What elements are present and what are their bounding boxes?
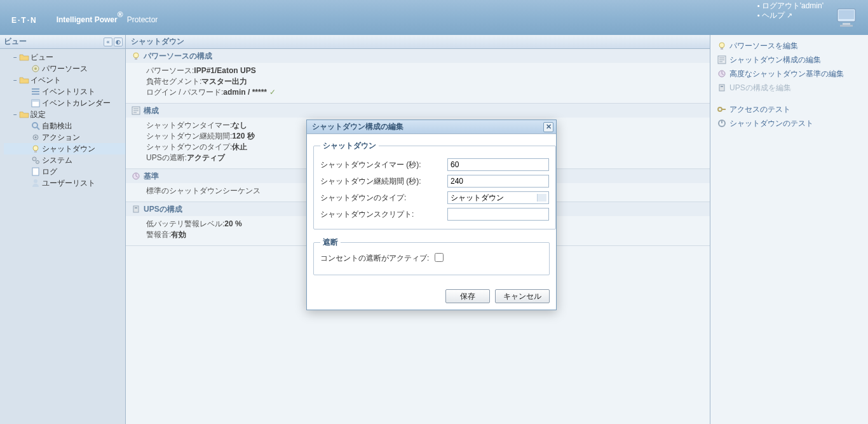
outlet-fieldset: 遮断 コンセントの遮断がアクティブ: [313, 237, 550, 275]
duration-label: シャットダウン継続期間 (秒): [320, 176, 447, 187]
outlet-label: コンセントの遮断がアクティブ: [320, 253, 435, 264]
dialog-title: シャットダウン構成の編集 [312, 121, 543, 132]
edit-shutdown-config-dialog: シャットダウン構成の編集 ✕ シャットダウン シャットダウンタイマー (秒): … [306, 120, 557, 310]
type-select[interactable]: シャットダウン [447, 191, 549, 204]
script-input[interactable] [447, 208, 549, 221]
duration-input[interactable] [447, 175, 549, 188]
dialog-titlebar[interactable]: シャットダウン構成の編集 ✕ [307, 120, 556, 134]
script-label: シャットダウンスクリプト: [320, 209, 447, 220]
type-label: シャットダウンのタイプ: [320, 193, 447, 203]
shutdown-legend: シャットダウン [320, 140, 379, 151]
timer-input[interactable] [447, 158, 549, 171]
save-button[interactable]: 保存 [445, 289, 490, 303]
outlet-checkbox[interactable] [435, 253, 444, 262]
outlet-legend: 遮断 [320, 237, 341, 248]
shutdown-fieldset: シャットダウン シャットダウンタイマー (秒): シャットダウン継続期間 (秒)… [313, 140, 556, 229]
timer-label: シャットダウンタイマー (秒): [320, 160, 447, 170]
cancel-button[interactable]: キャンセル [495, 289, 550, 303]
close-icon[interactable]: ✕ [543, 122, 553, 132]
